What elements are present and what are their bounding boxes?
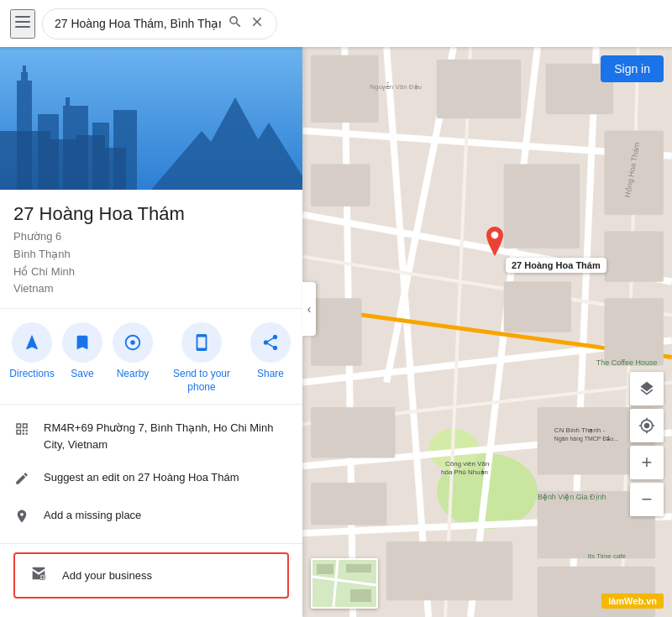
svg-rect-41 xyxy=(311,55,378,123)
svg-rect-56 xyxy=(538,567,655,617)
info-section: RM4R+69 Phường 7, Bình Thạnh, Ho Chi Min… xyxy=(0,405,302,544)
add-business-row[interactable]: Add your business xyxy=(13,552,289,599)
svg-rect-55 xyxy=(386,541,512,600)
header xyxy=(0,0,672,47)
collapse-panel-button[interactable]: ‹ xyxy=(302,282,316,336)
plus-code-row[interactable]: RM4R+69 Phường 7, Bình Thạnh, Ho Chi Min… xyxy=(0,411,302,461)
map-pin-container xyxy=(481,227,508,264)
svg-text:Ngân hàng TMCP Đầu...: Ngân hàng TMCP Đầu... xyxy=(554,436,618,442)
send-to-phone-label: Send to your phone xyxy=(158,368,245,394)
edit-icon xyxy=(13,471,30,490)
place-name: 27 Hoàng Hoa Thám xyxy=(13,203,289,225)
nearby-label: Nearby xyxy=(117,368,150,381)
location-banner xyxy=(0,47,302,190)
svg-rect-17 xyxy=(76,135,105,190)
svg-rect-15 xyxy=(0,131,50,190)
nearby-button[interactable]: Nearby xyxy=(108,322,158,394)
svg-rect-18 xyxy=(101,148,126,190)
svg-text:hóa Phú Nhuận: hóa Phú Nhuận xyxy=(441,468,488,476)
save-label: Save xyxy=(71,368,93,381)
mini-map[interactable] xyxy=(311,558,378,609)
missing-place-icon xyxy=(13,509,30,528)
svg-text:CN Bình Thạnh -: CN Bình Thạnh - xyxy=(554,426,606,434)
suggest-edit-row[interactable]: Suggest an edit on 27 Hoàng Hoa Thám xyxy=(0,461,302,499)
close-icon[interactable] xyxy=(249,14,265,34)
add-missing-place-text: Add a missing place xyxy=(44,507,141,524)
svg-rect-49 xyxy=(605,299,664,366)
search-icon[interactable] xyxy=(228,14,243,34)
my-location-button[interactable] xyxy=(630,409,664,442)
share-button[interactable]: Share xyxy=(245,322,296,394)
svg-rect-45 xyxy=(311,299,361,366)
svg-rect-16 xyxy=(46,139,80,190)
svg-rect-50 xyxy=(504,282,571,332)
svg-rect-9 xyxy=(66,97,70,107)
search-input[interactable] xyxy=(55,17,221,30)
svg-rect-71 xyxy=(346,564,371,573)
svg-rect-1 xyxy=(15,21,30,23)
main-layout: 27 Hoàng Hoa Thám Phường 6 Bình Thạnh Hồ… xyxy=(0,47,672,617)
svg-rect-6 xyxy=(23,65,26,74)
svg-text:Công viên Văn: Công viên Văn xyxy=(445,460,489,468)
svg-rect-44 xyxy=(311,165,370,207)
place-info: 27 Hoàng Hoa Thám Phường 6 Bình Thạnh Hồ… xyxy=(0,190,302,309)
send-to-phone-button[interactable]: Send to your phone xyxy=(158,322,245,394)
plus-code-text: RM4R+69 Phường 7, Bình Thạnh, Ho Chi Min… xyxy=(44,420,289,452)
directions-button[interactable]: Directions xyxy=(7,322,57,394)
pin-label: 27 Hoàng Hoa Thám xyxy=(506,258,606,273)
sidebar: 27 Hoàng Hoa Thám Phường 6 Bình Thạnh Hồ… xyxy=(0,47,302,617)
svg-rect-0 xyxy=(15,16,30,18)
svg-text:Nguyễn Văn Đậu: Nguyễn Văn Đậu xyxy=(370,82,422,91)
layers-button[interactable] xyxy=(630,372,664,405)
save-icon xyxy=(62,322,102,363)
directions-label: Directions xyxy=(9,368,54,381)
svg-rect-2 xyxy=(15,26,30,28)
menu-button[interactable] xyxy=(10,9,35,39)
add-business-icon xyxy=(29,564,49,587)
suggest-edit-text: Suggest an edit on 27 Hoàng Hoa Thám xyxy=(44,469,239,486)
action-buttons: Directions Save Nearby xyxy=(0,309,302,405)
add-business-text: Add your business xyxy=(62,569,152,582)
share-icon xyxy=(250,322,291,363)
add-business-section: Add your business xyxy=(0,544,302,610)
map-area[interactable]: Hồng Hoa Thám Nguyễn Văn Đậu CN Bình Thạ… xyxy=(302,47,672,617)
svg-rect-42 xyxy=(437,60,521,118)
directions-icon xyxy=(12,322,52,363)
sign-in-button[interactable]: Sign in xyxy=(601,55,664,82)
svg-rect-51 xyxy=(311,407,395,458)
search-bar xyxy=(42,8,277,39)
map-controls: + − xyxy=(630,372,664,516)
place-address: Phường 6 Bình Thạnh Hồ Chí Minh Vietnam xyxy=(13,228,289,298)
svg-point-66 xyxy=(491,232,498,239)
svg-rect-48 xyxy=(605,232,664,282)
zoom-in-button[interactable]: + xyxy=(630,446,664,479)
add-missing-place-row[interactable]: Add a missing place xyxy=(0,499,302,536)
share-label: Share xyxy=(257,368,284,381)
svg-rect-5 xyxy=(21,72,28,85)
location-pin xyxy=(481,227,508,260)
svg-text:Bệnh Viện Gia Định: Bệnh Viện Gia Định xyxy=(538,493,606,501)
svg-rect-47 xyxy=(504,165,580,248)
map-svg: Hồng Hoa Thám Nguyễn Văn Đậu CN Bình Thạ… xyxy=(302,47,672,617)
svg-text:The Coffee House: The Coffee House xyxy=(596,358,658,367)
svg-rect-52 xyxy=(311,483,386,525)
plus-code-icon xyxy=(13,421,30,441)
watermark: làmWeb.vn xyxy=(601,593,664,609)
svg-text:Its Time cafe: Its Time cafe xyxy=(588,552,627,560)
zoom-out-button[interactable]: − xyxy=(630,483,664,516)
send-to-phone-icon xyxy=(181,322,222,363)
svg-rect-72 xyxy=(350,589,371,602)
save-button[interactable]: Save xyxy=(57,322,108,394)
nearby-icon xyxy=(113,322,153,363)
svg-rect-70 xyxy=(317,564,333,574)
svg-point-19 xyxy=(130,340,135,345)
